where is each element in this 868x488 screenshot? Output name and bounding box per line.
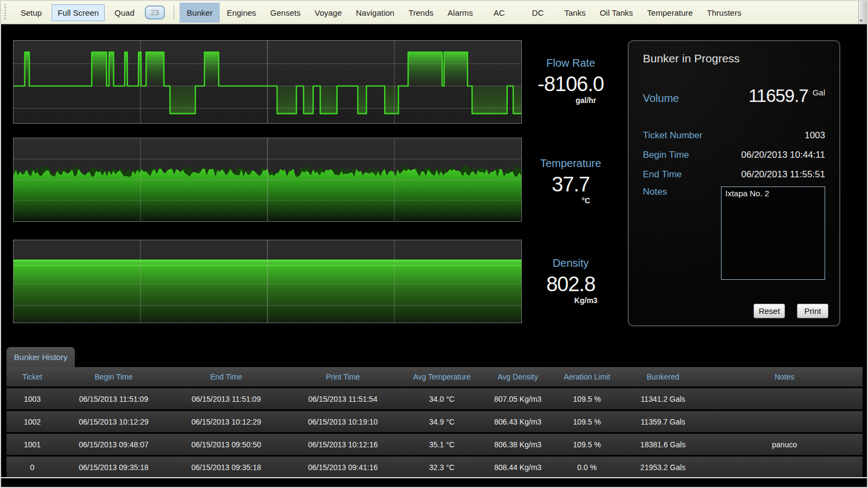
toolbar: SetupFull ScreenQuad23BunkerEnginesGense… (1, 1, 867, 24)
table-cell: 06/15/2013 11:51:09 (58, 395, 169, 403)
nav-item-thrusters[interactable]: Thrusters (700, 3, 748, 23)
nav-item-dc[interactable]: DC (519, 3, 558, 23)
field-value: 06/20/2013 11:55:51 (741, 169, 825, 180)
table-cell: panuco (706, 440, 863, 449)
panel-fields: Ticket Number1003Begin Time06/20/2013 10… (643, 130, 825, 180)
table-row[interactable]: 100206/15/2013 10:12:2906/15/2013 10:12:… (7, 411, 863, 432)
temperature-unit: °C (534, 196, 637, 205)
bunker-history-tab[interactable]: Bunker History (7, 347, 75, 367)
print-button[interactable]: Print (797, 304, 828, 318)
nav-tabs: SetupFull ScreenQuad23BunkerEnginesGense… (14, 3, 748, 23)
field-label: Ticket Number (643, 130, 703, 141)
volume-unit: Gal (813, 88, 825, 97)
table-cell: 11341.2 Gals (620, 395, 706, 403)
table-row[interactable]: 006/15/2013 09:35:1806/15/2013 09:35:180… (7, 457, 863, 478)
density-value: 802.8 (519, 274, 622, 294)
table-cell: 06/15/2013 10:12:29 (58, 418, 169, 426)
nav-item-trends[interactable]: Trends (401, 3, 441, 23)
temperature-chart (13, 138, 522, 222)
table-cell: 06/15/2013 09:35:18 (58, 463, 169, 472)
temperature-value: 37.7 (519, 174, 622, 195)
table-cell: 806.43 Kg/m3 (481, 418, 554, 426)
volume-label: Volume (643, 92, 679, 105)
app-window: SetupFull ScreenQuad23BunkerEnginesGense… (0, 0, 868, 488)
table-cell: 1001 (7, 440, 58, 449)
table-cell: 06/15/2013 09:35:18 (169, 463, 283, 472)
reset-button[interactable]: Reset (754, 304, 785, 318)
table-cell: 808.44 Kg/m3 (481, 463, 554, 472)
table-cell: 1003 (7, 395, 58, 403)
field-value: 1003 (805, 130, 825, 141)
toolbar-grip-handle[interactable] (4, 4, 6, 21)
bunker-history-table: TicketBegin TimeEnd TimePrint TimeAvg Te… (7, 367, 863, 478)
nav-item-tanks[interactable]: Tanks (557, 3, 592, 23)
field-row-end-time: End Time06/20/2013 11:55:51 (643, 169, 825, 180)
table-cell: 06/15/2013 09:48:07 (58, 440, 169, 449)
temperature-label: Temperature (519, 157, 622, 170)
table-cell: 21953.2 Gals (620, 463, 706, 472)
table-cell: 32.3 °C (403, 463, 481, 472)
col-header-end-time: End Time (169, 373, 283, 381)
table-cell: 109.5 % (554, 440, 620, 449)
nav-item-full-screen[interactable]: Full Screen (52, 4, 105, 21)
panel-title: Bunker in Progress (643, 52, 825, 65)
nav-item-alarms[interactable]: Alarms (441, 3, 480, 23)
nav-item-ac[interactable]: AC (480, 3, 519, 23)
table-body: 100306/15/2013 11:51:0906/15/2013 11:51:… (7, 388, 863, 478)
table-cell: 06/15/2013 10:12:29 (169, 418, 283, 426)
flow-rate-chart (13, 40, 522, 124)
field-row-ticket-number: Ticket Number1003 (643, 130, 825, 141)
nav-item-bunker[interactable]: Bunker (180, 3, 220, 23)
flow-rate-unit: gal/hr (534, 96, 637, 105)
table-cell: 06/15/2013 10:12:16 (283, 440, 403, 449)
table-cell: 11359.7 Gals (620, 418, 706, 426)
nav-item-quad[interactable]: Quad (107, 3, 142, 23)
notes-label: Notes (643, 187, 667, 280)
nav-item-engines[interactable]: Engines (220, 3, 263, 23)
nav-item-voyage[interactable]: Voyage (308, 3, 349, 23)
table-cell: 0 (7, 463, 58, 472)
table-cell: 807.05 Kg/m3 (481, 395, 554, 403)
table-cell: 1002 (7, 418, 58, 426)
nav-item-setup[interactable]: Setup (14, 3, 49, 23)
panel-buttons: Reset Print (754, 304, 828, 318)
toolbar-separator (174, 5, 174, 20)
bottom-border (1, 477, 867, 478)
overflow-chevron-icon: ▾ (860, 18, 863, 23)
table-cell: 109.5 % (554, 418, 620, 426)
table-cell: 06/15/2013 09:41:16 (283, 463, 403, 472)
col-header-ticket: Ticket (7, 373, 58, 381)
nav-item-temperature[interactable]: Temperature (640, 3, 700, 23)
notes-input[interactable]: Ixtapa No. 2 (721, 187, 825, 280)
notes-row: Notes Ixtapa No. 2 (643, 187, 825, 280)
toolbar-overflow-button[interactable]: ▾ (858, 1, 867, 24)
col-header-avg-density: Avg Density (481, 373, 554, 381)
table-cell: 18381.6 Gals (620, 440, 706, 449)
table-row[interactable]: 100306/15/2013 11:51:0906/15/2013 11:51:… (7, 388, 863, 409)
table-cell: 06/15/2013 10:19:10 (283, 418, 403, 426)
col-header-avg-temperature: Avg Temperature (403, 373, 481, 381)
nav-item-gensets[interactable]: Gensets (263, 3, 308, 23)
nav-item-23[interactable]: 23 (145, 5, 165, 20)
table-cell: 06/15/2013 09:50:50 (169, 440, 283, 449)
table-cell: 806.38 Kg/m3 (481, 440, 554, 449)
flow-rate-readout: Flow Rate -8106.0 gal/hr (519, 57, 622, 105)
table-row[interactable]: 100106/15/2013 09:48:0706/15/2013 09:50:… (7, 434, 863, 455)
table-cell: 109.5 % (554, 395, 620, 403)
density-label: Density (519, 257, 622, 269)
field-value: 06/20/2013 10:44:11 (741, 150, 825, 160)
flow-rate-label: Flow Rate (519, 57, 622, 69)
col-header-begin-time: Begin Time (58, 373, 169, 381)
volume-row: Volume 11659.7 Gal (643, 86, 825, 106)
table-cell: 34.0 °C (403, 395, 481, 403)
density-readout: Density 802.8 Kg/m3 (519, 257, 622, 305)
nav-item-navigation[interactable]: Navigation (349, 3, 401, 23)
field-label: Begin Time (643, 150, 689, 160)
table-cell: 0.0 % (554, 463, 620, 472)
col-header-print-time: Print Time (283, 373, 403, 381)
table-header-row: TicketBegin TimeEnd TimePrint TimeAvg Te… (7, 367, 863, 387)
nav-item-oil-tanks[interactable]: Oil Tanks (592, 3, 640, 23)
density-unit: Kg/m3 (534, 296, 637, 305)
field-row-begin-time: Begin Time06/20/2013 10:44:11 (643, 150, 825, 160)
col-header-aeration-limit: Aeration Limit (554, 373, 620, 381)
